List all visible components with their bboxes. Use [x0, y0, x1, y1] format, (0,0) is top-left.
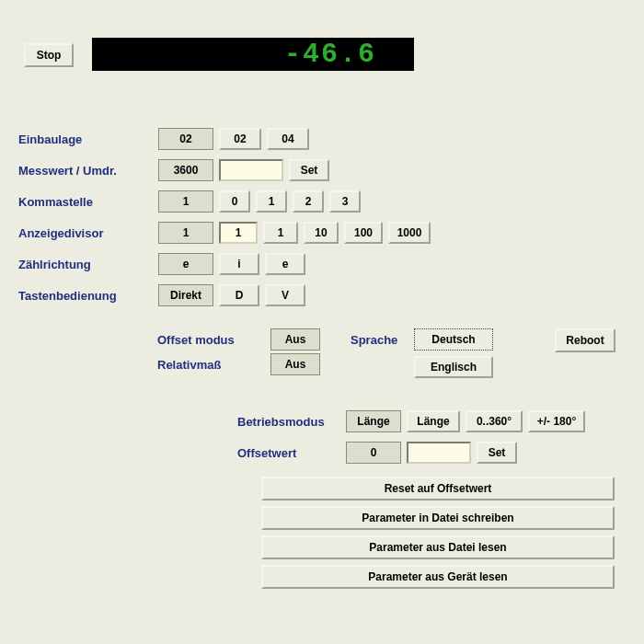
betriebsmodus-option-0-360[interactable]: 0..360°: [466, 410, 523, 432]
reset-offset-button[interactable]: Reset auf Offsetwert: [261, 477, 615, 500]
label-einbaulage: Einbaulage: [18, 132, 82, 146]
offsetwert-set-button[interactable]: Set: [477, 442, 517, 464]
label-offsetwert: Offsetwert: [237, 446, 296, 460]
kommastelle-option-1[interactable]: 1: [256, 190, 287, 213]
offsetwert-value: 0: [346, 442, 401, 464]
zaehlrichtung-option-e[interactable]: e: [265, 253, 305, 275]
relativmass-value: Aus: [270, 353, 320, 375]
label-sprache: Sprache: [351, 333, 397, 347]
anzeigedivisor-option-100[interactable]: 100: [344, 222, 383, 244]
label-kommastelle: Kommastelle: [18, 195, 93, 209]
kommastelle-option-2[interactable]: 2: [293, 190, 324, 213]
messwert-set-button[interactable]: Set: [289, 159, 329, 181]
label-offsetmodus: Offset modus: [157, 333, 235, 347]
kommastelle-option-0[interactable]: 0: [219, 190, 250, 213]
offsetwert-input[interactable]: [407, 442, 471, 464]
read-params-file-button[interactable]: Parameter aus Datei lesen: [261, 535, 615, 559]
anzeigedivisor-input[interactable]: 1: [219, 222, 258, 244]
value-display: -46.6: [92, 38, 414, 71]
anzeigedivisor-option-10[interactable]: 10: [304, 222, 339, 244]
label-messwert: Messwert / Umdr.: [18, 164, 117, 178]
stop-button[interactable]: Stop: [24, 43, 74, 67]
write-params-file-button[interactable]: Parameter in Datei schreiben: [261, 506, 615, 530]
label-anzeigedivisor: Anzeigedivisor: [18, 226, 103, 240]
zaehlrichtung-value: e: [158, 253, 213, 275]
einbaulage-option-02[interactable]: 02: [219, 128, 261, 150]
label-relativmass: Relativmaß: [157, 358, 221, 372]
tastenbedienung-option-v[interactable]: V: [265, 284, 305, 306]
offsetmodus-value: Aus: [270, 328, 320, 351]
read-params-device-button[interactable]: Parameter aus Gerät lesen: [261, 565, 615, 589]
betriebsmodus-value: Länge: [346, 410, 401, 432]
tastenbedienung-value: Direkt: [158, 284, 213, 306]
anzeigedivisor-option-1[interactable]: 1: [263, 222, 298, 244]
einbaulage-value: 02: [158, 128, 213, 150]
kommastelle-option-3[interactable]: 3: [329, 190, 361, 213]
sprache-option-englisch[interactable]: Englisch: [414, 356, 493, 378]
betriebsmodus-option-laenge[interactable]: Länge: [407, 410, 460, 432]
betriebsmodus-option-pm180[interactable]: +/- 180°: [528, 410, 585, 432]
messwert-value: 3600: [158, 159, 213, 181]
reboot-button[interactable]: Reboot: [555, 328, 615, 352]
kommastelle-value: 1: [158, 190, 213, 213]
label-zaehlrichtung: Zählrichtung: [18, 258, 91, 271]
label-tastenbedienung: Tastenbedienung: [18, 289, 117, 303]
tastenbedienung-option-d[interactable]: D: [219, 284, 259, 306]
anzeigedivisor-value: 1: [158, 222, 213, 244]
messwert-input[interactable]: [219, 159, 283, 181]
zaehlrichtung-option-i[interactable]: i: [219, 253, 259, 275]
anzeigedivisor-option-1000[interactable]: 1000: [388, 222, 431, 244]
label-betriebsmodus: Betriebsmodus: [237, 415, 325, 429]
display-value: -46.6: [284, 39, 376, 70]
sprache-option-deutsch[interactable]: Deutsch: [414, 328, 493, 351]
einbaulage-option-04[interactable]: 04: [267, 128, 309, 150]
